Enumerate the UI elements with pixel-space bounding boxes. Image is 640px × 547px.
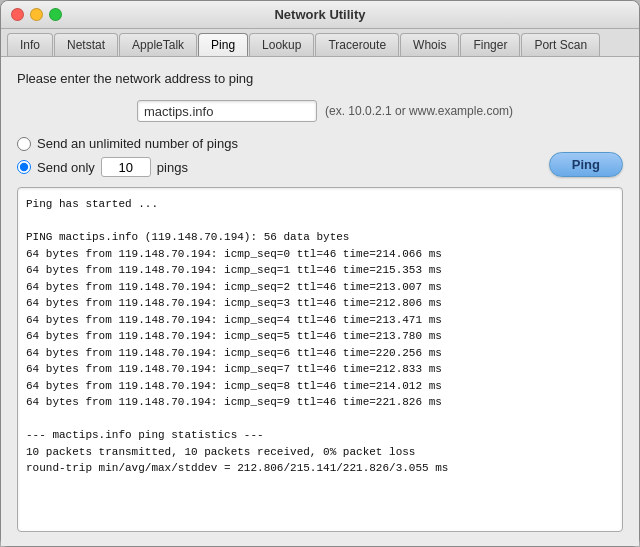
pings-count-input[interactable] <box>101 157 151 177</box>
ping-content: Please enter the network address to ping… <box>1 57 639 546</box>
tab-appletalk[interactable]: AppleTalk <box>119 33 197 56</box>
tab-portscan[interactable]: Port Scan <box>521 33 600 56</box>
minimize-button[interactable] <box>30 8 43 21</box>
tab-info[interactable]: Info <box>7 33 53 56</box>
radio-unlimited-label: Send an unlimited number of pings <box>37 136 238 151</box>
tab-finger[interactable]: Finger <box>460 33 520 56</box>
radio-limited[interactable] <box>17 160 31 174</box>
titlebar: Network Utility <box>1 1 639 29</box>
tab-traceroute[interactable]: Traceroute <box>315 33 399 56</box>
pings-suffix: pings <box>157 160 188 175</box>
tab-ping[interactable]: Ping <box>198 33 248 56</box>
radio-limited-row: Send only pings <box>17 157 238 177</box>
close-button[interactable] <box>11 8 24 21</box>
tab-netstat[interactable]: Netstat <box>54 33 118 56</box>
maximize-button[interactable] <box>49 8 62 21</box>
radio-unlimited[interactable] <box>17 137 31 151</box>
radio-section: Send an unlimited number of pings Send o… <box>17 136 238 177</box>
radio-unlimited-row: Send an unlimited number of pings <box>17 136 238 151</box>
address-row: (ex. 10.0.2.1 or www.example.com) <box>17 100 623 122</box>
tab-whois[interactable]: Whois <box>400 33 459 56</box>
window-title: Network Utility <box>274 7 365 22</box>
address-input[interactable] <box>137 100 317 122</box>
ping-button[interactable]: Ping <box>549 152 623 177</box>
tab-lookup[interactable]: Lookup <box>249 33 314 56</box>
ping-prompt: Please enter the network address to ping <box>17 71 623 86</box>
main-window: Network Utility Info Netstat AppleTalk P… <box>0 0 640 547</box>
radio-limited-label: Send only <box>37 160 95 175</box>
traffic-lights <box>11 8 62 21</box>
tabbar: Info Netstat AppleTalk Ping Lookup Trace… <box>1 29 639 57</box>
address-hint: (ex. 10.0.2.1 or www.example.com) <box>325 104 513 118</box>
ping-output[interactable]: Ping has started ... PING mactips.info (… <box>17 187 623 532</box>
